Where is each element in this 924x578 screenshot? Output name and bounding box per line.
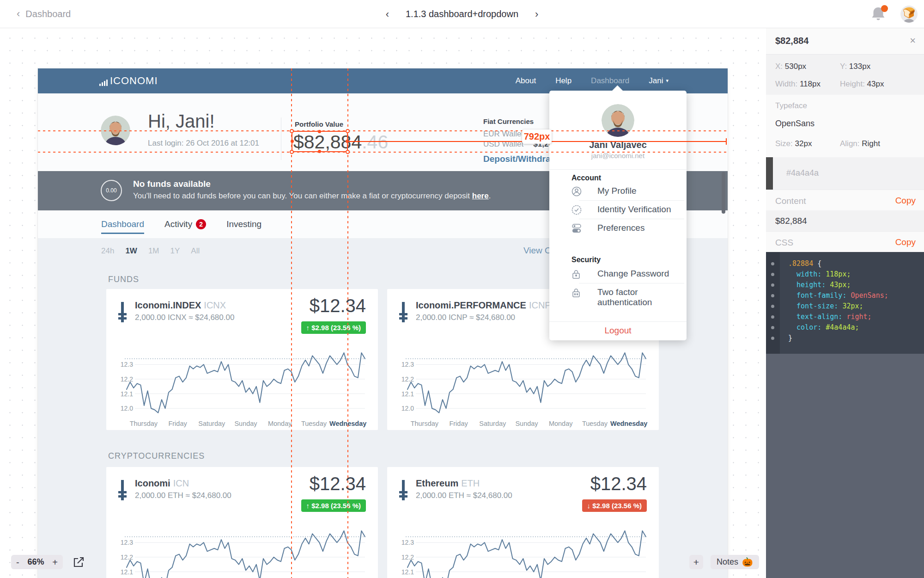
menu-item-two-factor[interactable]: Two factor authentication [549,283,687,301]
arrow-up-icon: ↑ [306,502,310,510]
css-section-header: CSS Copy [766,231,924,252]
card-title: IconomiICN [135,478,189,489]
canvas-scrollbar-thumb[interactable] [722,172,725,214]
app-topbar: ‹Dashboard ‹ 1.1.3 dashboard+dropdown › … [0,0,924,28]
dropdown-avatar-photo [602,104,634,137]
vertical-divider [281,117,281,160]
crypto-card-iconomi[interactable]: IconomiICN 2,000.00 ETH ≈ $24,680.00 $12… [106,467,378,578]
screen-switcher: ‹ 1.1.3 dashboard+dropdown › [0,0,924,28]
design-canvas[interactable]: ICONOMI About Help Dashboard Jani▾ Hi, J… [0,28,766,578]
filter-all[interactable]: All [191,246,200,256]
zoom-in-button[interactable]: + [52,558,58,567]
menu-item-preferences[interactable]: Preferences [549,219,687,237]
copy-css-button[interactable]: Copy [895,237,916,247]
typeface-label: Typeface [775,101,807,111]
crypto-card-ethereum[interactable]: EthereumETH 2,000.00 ETH ≈ $24,680.00 $1… [387,467,659,578]
code-line: text-align: right; [766,312,924,322]
add-note-button[interactable]: + [689,555,703,569]
copy-content-button[interactable]: Copy [895,196,916,206]
tab-investing[interactable]: Investing [226,210,261,238]
filter-24h[interactable]: 24h [101,246,114,256]
css-rules: .82884 { width: 118px; height: 43px; fon… [766,258,924,344]
selection-handle [290,129,294,133]
filter-1w[interactable]: 1W [125,246,137,256]
here-link[interactable]: here [472,191,489,200]
svg-text:Monday: Monday [549,420,573,427]
menu-item-my-profile[interactable]: My Profile [549,182,687,200]
last-login-text: Last login: 26 Oct 2016 at 12:01 [148,139,259,148]
align-value: Right [862,139,880,148]
svg-text:12.2: 12.2 [401,375,414,383]
selected-layer-title: $82,884 [775,36,808,46]
svg-text:12.2: 12.2 [121,375,133,383]
svg-text:Saturday: Saturday [479,420,506,427]
menu-item-identity-verification[interactable]: Identity Verification [549,200,687,219]
measure-end-cap [726,138,727,145]
nav-item-about[interactable]: About [516,76,536,86]
export-icon[interactable] [72,556,86,569]
inspector-panel: $82,884 × X: 530px Y: 133px Width: 118px… [766,28,924,578]
nav-item-dashboard[interactable]: Dashboard [591,76,629,86]
color-hex-value: #4a4a4a [786,168,819,178]
inspector-header: $82,884 × [766,28,924,55]
tab-dashboard[interactable]: Dashboard [101,210,144,238]
selection-handle [346,129,350,133]
iconomi-coin-icon [399,302,407,324]
code-line: color: #4a4a4a; [766,322,924,333]
card-price: $12.34 [590,473,647,494]
svg-text:12.3: 12.3 [401,539,414,546]
iconomi-logo[interactable]: ICONOMI [99,76,158,86]
crypto-section-label: CRYPTOCURRENCIES [108,451,205,461]
svg-text:12.0: 12.0 [121,405,133,412]
svg-text:Friday: Friday [449,420,468,427]
card-symbol: ICNP [529,300,551,310]
prev-screen-icon[interactable]: ‹ [386,8,389,20]
nav-item-help[interactable]: Help [555,76,571,86]
pumpkin-emoji-icon: 🎃 [742,557,753,567]
zoom-control: - 66% + [11,555,63,569]
toggles-icon [571,223,582,235]
account-avatar[interactable]: 🍞 [900,6,918,23]
selection-box[interactable] [292,131,348,152]
svg-text:12.1: 12.1 [401,390,414,398]
next-screen-icon[interactable]: › [535,8,538,20]
menu-item-change-password[interactable]: Change Password [549,264,687,283]
divider [549,169,687,170]
logo-bar-icon [104,81,105,86]
verified-check-icon [571,205,582,217]
card-title: Iconomi.PERFORMANCEICNP [416,300,551,311]
measure-distance-label: 792px [522,129,552,144]
typeface-section: Typeface OpenSans Size: 32px Align: Righ… [766,95,924,157]
fund-card-iconomi-index[interactable]: Iconomi.INDEXICNX 2,000.00 ICNX ≈ $24,68… [106,289,378,430]
card-title: EthereumETH [416,478,480,489]
app-window: ‹Dashboard ‹ 1.1.3 dashboard+dropdown › … [0,0,924,578]
notifications-bell-icon[interactable] [870,6,889,24]
filter-1m[interactable]: 1M [148,246,159,256]
filter-1y[interactable]: 1Y [170,246,180,256]
funds-section-label: FUNDS [108,275,139,284]
css-code-block: .82884 { width: 118px; height: 43px; fon… [766,252,924,354]
color-swatch[interactable] [766,157,773,190]
font-size-value: 32px [795,139,812,148]
selection-handle [290,150,294,154]
notes-toggle-button[interactable]: Notes🎃 [711,555,759,569]
tab-activity[interactable]: Activity2 [164,210,206,238]
logout-button[interactable]: Logout [549,326,687,336]
chevron-down-icon: ▾ [666,78,669,83]
nav-item-user-menu[interactable]: Jani▾ [649,76,669,86]
horizontal-guide [38,152,728,153]
svg-text:Thursday: Thursday [411,420,439,427]
svg-text:12.3: 12.3 [401,361,414,368]
panel-empty-area [766,354,924,578]
iconomi-coin-icon [399,480,407,502]
selection-handle [346,140,349,143]
selection-handle [318,150,321,153]
code-line: } [766,333,924,344]
close-icon[interactable]: × [910,35,916,47]
width-value: 118px [800,80,821,88]
logo-text: ICONOMI [110,76,158,86]
zoom-out-button[interactable]: - [16,558,19,567]
change-badge-up: ↑ $2.98 (23.56 %) [301,321,366,334]
svg-text:12.3: 12.3 [121,361,133,368]
svg-text:12.0: 12.0 [401,405,414,412]
